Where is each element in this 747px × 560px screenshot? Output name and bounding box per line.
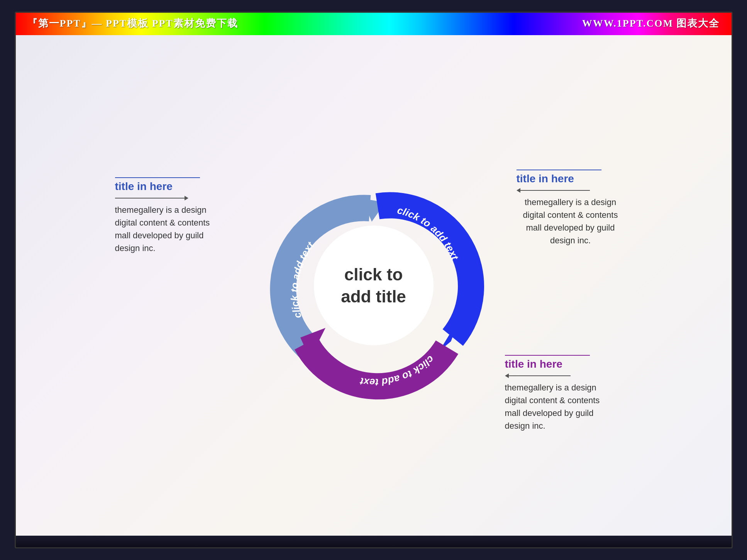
circular-arrows-svg: click to add text click to add text clic…	[250, 162, 497, 409]
left-body: themegallery is a design digital content…	[115, 204, 223, 255]
right-title: title in here	[517, 173, 625, 185]
header-left: 『第一PPT』— PPT模板 PPT素材免费下载	[27, 17, 238, 30]
bottom-right-text-block[interactable]: title in here themegallery is a design d…	[505, 355, 613, 432]
content-area: title in here themegallery is a design d…	[16, 35, 732, 536]
svg-point-6	[314, 226, 434, 345]
slide-container: 『第一PPT』— PPT模板 PPT素材免费下载 WWW.1PPT.COM 图表…	[15, 12, 733, 548]
left-title: title in here	[115, 180, 223, 193]
bottom-bar	[16, 536, 732, 547]
diagram-wrapper: title in here themegallery is a design d…	[103, 73, 644, 498]
right-text-block[interactable]: title in here themegallery is a design d…	[517, 170, 625, 247]
bottom-right-body: themegallery is a design digital content…	[505, 381, 613, 432]
bottom-right-title: title in here	[505, 358, 613, 370]
right-body: themegallery is a design digital content…	[517, 196, 625, 247]
header-right: WWW.1PPT.COM 图表大全	[582, 17, 720, 30]
left-text-block[interactable]: title in here themegallery is a design d…	[115, 177, 223, 255]
